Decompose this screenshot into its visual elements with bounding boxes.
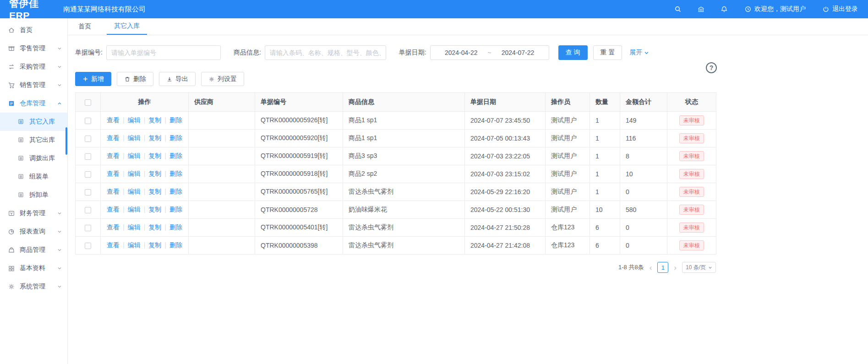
copy-link[interactable]: 复制 <box>148 116 161 124</box>
edit-link[interactable]: 编辑 <box>128 152 141 159</box>
row-checkbox[interactable] <box>85 189 91 196</box>
delete-link[interactable]: 删除 <box>169 116 182 124</box>
order-no-input[interactable] <box>106 45 221 60</box>
action-separator: | <box>144 188 146 195</box>
reset-button[interactable]: 重 置 <box>593 45 622 60</box>
product-info-cell: 雷达杀虫气雾剂 <box>343 183 465 201</box>
sidebar-item-assembly[interactable]: 组装单 <box>0 168 67 186</box>
edit-link[interactable]: 编辑 <box>128 116 141 124</box>
select-all-checkbox[interactable] <box>85 99 91 106</box>
sidebar-scrollbar-thumb[interactable] <box>66 127 67 155</box>
sidebar-item-products[interactable]: 商品管理 <box>0 241 67 259</box>
copy-link[interactable]: 复制 <box>148 206 161 213</box>
next-page-button[interactable]: › <box>673 264 677 272</box>
column-settings-button[interactable]: 列设置 <box>201 72 244 86</box>
row-checkbox[interactable] <box>85 243 91 249</box>
date-range-picker[interactable]: 2024-04-22 ~ 2024-07-22 <box>430 45 549 60</box>
sidebar-item-disassembly[interactable]: 拆卸单 <box>0 186 67 204</box>
row-checkbox[interactable] <box>85 136 91 142</box>
col-order-no: 单据编号 <box>255 93 343 112</box>
view-link[interactable]: 查看 <box>107 241 120 249</box>
sidebar-item-purchase[interactable]: 采购管理 <box>0 58 67 76</box>
search-icon[interactable] <box>674 5 682 13</box>
product-info-cell: 奶油味爆米花 <box>343 201 465 219</box>
row-checkbox[interactable] <box>85 207 91 213</box>
sidebar-item-other-outbound[interactable]: 其它出库 <box>0 131 67 149</box>
copy-link[interactable]: 复制 <box>148 188 161 195</box>
bank-icon[interactable] <box>697 5 705 13</box>
order-date-cell: 2024-04-27 21:50:28 <box>465 219 546 237</box>
copy-link[interactable]: 复制 <box>148 223 161 231</box>
edit-link[interactable]: 编辑 <box>128 188 141 195</box>
delete-button[interactable]: 删除 <box>117 72 153 86</box>
view-link[interactable]: 查看 <box>107 223 120 231</box>
sidebar-item-finance[interactable]: 财务管理 <box>0 204 67 223</box>
sidebar-item-transfer-outbound[interactable]: 调拨出库 <box>0 149 67 168</box>
row-checkbox[interactable] <box>85 225 91 231</box>
bell-icon[interactable] <box>721 5 728 13</box>
edit-link[interactable]: 编辑 <box>128 223 141 231</box>
view-link[interactable]: 查看 <box>107 152 120 159</box>
product-info-input[interactable] <box>265 45 386 60</box>
delete-link[interactable]: 删除 <box>169 206 182 213</box>
help-icon[interactable]: ? <box>706 62 717 73</box>
trash-icon <box>124 76 131 82</box>
search-button[interactable]: 查 询 <box>558 45 588 60</box>
tab-home[interactable]: 首页 <box>71 18 98 35</box>
table-row: 查看|编辑|复制|删除 QTRK00000005728 奶油味爆米花 2024-… <box>76 201 716 219</box>
sidebar-item-warehouse[interactable]: 仓库管理 <box>0 94 67 113</box>
sidebar-item-home[interactable]: 首页 <box>0 21 67 39</box>
status-cell: 未审核 <box>667 219 716 237</box>
view-link[interactable]: 查看 <box>107 206 120 213</box>
filter-bar: 单据编号: 商品信息: 单据日期: 2024-04-22 ~ 2024-07-2… <box>68 35 868 60</box>
delete-link[interactable]: 删除 <box>169 170 182 177</box>
view-link[interactable]: 查看 <box>107 170 120 177</box>
quantity-cell: 1 <box>590 183 620 201</box>
delete-link[interactable]: 删除 <box>169 152 182 159</box>
delete-link[interactable]: 删除 <box>169 134 182 141</box>
sidebar-item-retail[interactable]: 零售管理 <box>0 39 67 58</box>
sidebar-item-reports[interactable]: 报表查询 <box>0 223 67 241</box>
view-link[interactable]: 查看 <box>107 134 120 141</box>
sidebar-item-system[interactable]: 系统管理 <box>0 277 67 296</box>
row-checkbox[interactable] <box>85 153 91 160</box>
edit-link[interactable]: 编辑 <box>128 206 141 213</box>
supplier-cell <box>189 147 255 165</box>
page-size-select[interactable]: 10 条/页 <box>682 262 716 273</box>
status-cell: 未审核 <box>667 165 716 183</box>
welcome-user[interactable]: 欢迎您，测试用户 <box>744 5 806 13</box>
copy-link[interactable]: 复制 <box>148 170 161 177</box>
edit-link[interactable]: 编辑 <box>128 241 141 249</box>
export-button[interactable]: 导出 <box>159 72 196 86</box>
expand-link[interactable]: 展开 <box>629 49 649 57</box>
table-row: 查看|编辑|复制|删除 QTRK00000005918[转] 商品2 sp2 2… <box>76 165 716 183</box>
row-actions-cell: 查看|编辑|复制|删除 <box>101 112 189 130</box>
tab-other-inbound[interactable]: 其它入库 <box>107 18 147 35</box>
sidebar-item-base-data[interactable]: 基本资料 <box>0 259 67 277</box>
edit-link[interactable]: 编辑 <box>128 134 141 141</box>
add-button[interactable]: 新增 <box>75 72 111 86</box>
sidebar-item-sales[interactable]: 销售管理 <box>0 76 67 94</box>
edit-link[interactable]: 编辑 <box>128 170 141 177</box>
copy-link[interactable]: 复制 <box>148 134 161 141</box>
delete-link[interactable]: 删除 <box>169 223 182 231</box>
current-page-button[interactable]: 1 <box>657 262 668 273</box>
table-row: 查看|编辑|复制|删除 QTRK00000005926[转] 商品1 sp1 2… <box>76 112 716 130</box>
status-badge: 未审核 <box>679 169 704 179</box>
view-link[interactable]: 查看 <box>107 188 120 195</box>
document-icon <box>17 136 25 144</box>
row-checkbox[interactable] <box>85 118 91 124</box>
copy-link[interactable]: 复制 <box>148 152 161 159</box>
sidebar-item-other-inbound[interactable]: 其它入库 <box>0 113 67 131</box>
logout-button[interactable]: 退出登录 <box>822 5 858 13</box>
delete-link[interactable]: 删除 <box>169 241 182 249</box>
row-checkbox[interactable] <box>85 171 91 178</box>
delete-link[interactable]: 删除 <box>169 188 182 195</box>
order-no-cell: QTRK00000005728 <box>255 201 343 219</box>
order-date-cell: 2024-04-27 21:42:08 <box>465 237 546 255</box>
copy-link[interactable]: 复制 <box>148 241 161 249</box>
prev-page-button[interactable]: ‹ <box>649 264 653 272</box>
row-actions-cell: 查看|编辑|复制|删除 <box>101 147 189 165</box>
view-link[interactable]: 查看 <box>107 116 120 124</box>
status-badge: 未审核 <box>679 223 704 233</box>
